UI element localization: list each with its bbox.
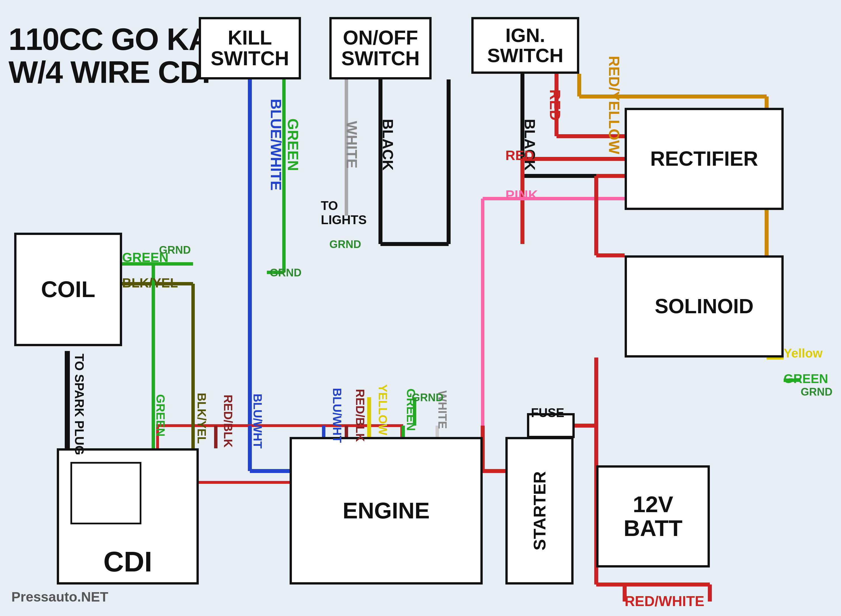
onoff-switch-label: ON/OFFSWITCH (341, 28, 420, 69)
battery-component: 12VBATT (596, 465, 710, 568)
engine-label: ENGINE (343, 499, 430, 523)
green-kill-label: GREEN (284, 119, 301, 171)
blu-wht-eng-label: BLU/WHT (330, 388, 344, 443)
rectifier-component: RECTIFIER (625, 108, 784, 210)
grnd-eng-label: GRND (412, 392, 444, 404)
yellow-sol-label: Yellow (784, 346, 823, 360)
red-label: RED (547, 89, 564, 120)
grnd-coil-label: GRND (159, 244, 191, 256)
pink-label: PINK (506, 187, 538, 203)
grnd-onoff-label: GRND (329, 238, 361, 251)
to-spark-plug-label: TO SPARK PLUG (72, 353, 86, 455)
grnd-kill-label: GRND (270, 267, 301, 279)
diagram-container: 110CC GO KART W/4 WIRE CDI COIL KILLSWIT… (0, 0, 841, 616)
red-white-batt-label: RED/WHITE (625, 593, 704, 609)
starter-component: STARTER (506, 437, 573, 585)
red-rect-label: RED (506, 148, 534, 163)
watermark: Pressauto.NET (11, 589, 108, 605)
blk-yel-cdi-label: BLK/YEL (195, 393, 209, 444)
white-label: WHITE (343, 121, 360, 169)
cdi-inner-box (71, 462, 141, 524)
black1-label: BLACK (379, 119, 396, 170)
grnd-sol-label: GRND (801, 386, 832, 398)
kill-switch-component: KILLSWITCH (199, 17, 301, 79)
solinoid-label: SOLINOID (655, 296, 754, 317)
kill-switch-label: KILLSWITCH (211, 28, 289, 69)
coil-component: COIL (14, 233, 122, 346)
green-sol-label: GREEN (784, 372, 828, 386)
yellow-eng-label: YELLOW (376, 384, 390, 435)
batt-label: 12VBATT (623, 493, 682, 540)
solinoid-component: SOLINOID (625, 255, 784, 358)
engine-component: ENGINE (290, 437, 483, 585)
red-yellow-label: RED/YELLOW (606, 56, 623, 154)
rectifier-label: RECTIFIER (650, 148, 758, 170)
ign-switch-label: IGN.SWITCH (487, 25, 563, 66)
red-blk-cdi-label: RED/BLK (221, 395, 235, 448)
coil-label: COIL (41, 277, 95, 301)
blk-yel-coil-label: BLK/YEL (122, 275, 178, 290)
cdi-label: CDI (103, 547, 152, 576)
red-blk-eng-label: RED/BLK (353, 389, 367, 442)
green-cdi-label: GREEN (154, 394, 167, 436)
to-lights-label: TOLIGHTS (321, 199, 366, 227)
onoff-switch-component: ON/OFFSWITCH (329, 17, 432, 79)
fuse-label: FUSE (531, 406, 564, 420)
starter-label: STARTER (531, 471, 548, 550)
blu-wht-cdi-label: BLU/WHT (251, 393, 264, 449)
blue-white-label: BLUE/WHITE (268, 99, 284, 191)
ign-switch-component: IGN.SWITCH (471, 17, 579, 74)
cdi-component: CDI (57, 448, 199, 585)
